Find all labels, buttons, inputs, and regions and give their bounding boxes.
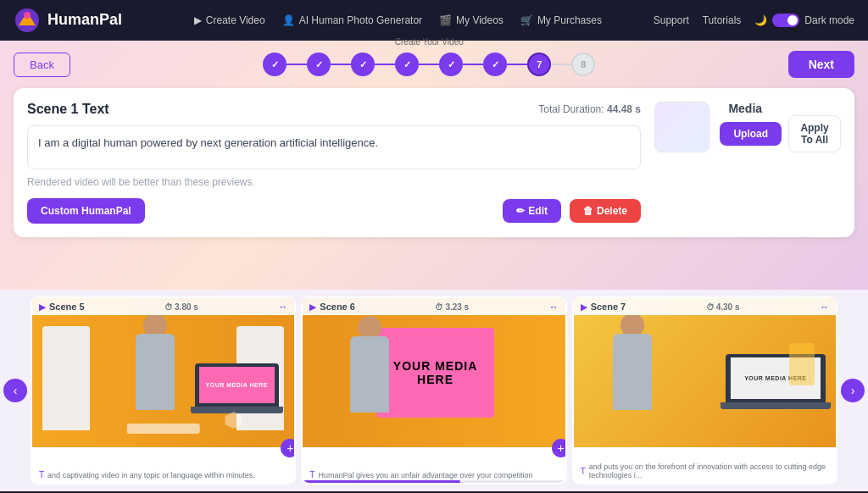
svg-point-2 bbox=[24, 12, 31, 19]
step-3[interactable] bbox=[351, 53, 375, 76]
step-1[interactable] bbox=[263, 53, 287, 76]
laptop-text-5: YOUR MEDIA HERE bbox=[206, 382, 268, 388]
nav-my-purchases[interactable]: 🛒 My Purchases bbox=[520, 14, 602, 26]
step-line-5 bbox=[463, 64, 483, 65]
scene-item-7: ▶ Scene 7 ⏱ 4.30 s ↔ bbox=[572, 296, 837, 485]
scene7-bg: YOUR MEDIA HERE bbox=[574, 298, 836, 447]
stepper-row: Back Create Your Video bbox=[14, 51, 854, 78]
step-8[interactable]: 8 bbox=[571, 53, 595, 76]
scene-title: Scene 1 Text bbox=[27, 102, 109, 117]
scene5-label: Scene 5 bbox=[49, 302, 85, 312]
edit-button[interactable]: ✏ Edit bbox=[503, 199, 561, 223]
person-scene7 bbox=[587, 313, 678, 447]
stepper-label: Create Your Video bbox=[395, 37, 464, 47]
scene5-bg: YOUR MEDIA HERE bbox=[32, 298, 294, 447]
scene-text-area: I am a digital human powered by next gen… bbox=[27, 125, 641, 169]
back-button[interactable]: Back bbox=[14, 53, 70, 77]
support-link[interactable]: Support bbox=[654, 14, 689, 26]
resize-icon-scene5[interactable]: ↔ bbox=[278, 302, 287, 312]
table-5 bbox=[126, 424, 200, 434]
film-icon: 🎬 bbox=[439, 14, 452, 26]
step-line-1 bbox=[287, 64, 307, 65]
upload-button[interactable]: Upload bbox=[720, 122, 782, 146]
scene7-header-left: ▶ Scene 7 bbox=[581, 302, 626, 312]
laptop-screen-5: YOUR MEDIA HERE bbox=[199, 367, 275, 404]
scene6-header-left: ▶ Scene 6 bbox=[309, 302, 355, 312]
resize-icon-scene6[interactable]: ↔ bbox=[549, 302, 559, 312]
navbar: HumanPal ▶ Create Video 👤 AI Human Photo… bbox=[0, 0, 868, 41]
toggle-knob bbox=[787, 15, 798, 25]
nav-right: Support Tutorials 🌙 Dark mode bbox=[654, 14, 854, 27]
scene7-footer: T and puts you on the forefront of innov… bbox=[574, 459, 836, 483]
person-body-7 bbox=[613, 334, 652, 410]
scene-right: Media Upload Apply To All bbox=[654, 102, 841, 224]
stepper-center: Create Your Video bbox=[70, 53, 788, 76]
media-label: Media bbox=[728, 102, 841, 115]
scene6-progress-fill bbox=[303, 480, 460, 483]
custom-humanpal-button[interactable]: Custom HumanPal bbox=[27, 198, 145, 224]
scene6-header: ▶ Scene 6 ⏱ 3.23 s ↔ bbox=[303, 298, 565, 315]
trash-icon: 🗑 bbox=[583, 205, 593, 217]
resize-icon-scene7[interactable]: ↔ bbox=[820, 302, 829, 312]
scene6-progress-container bbox=[303, 480, 565, 483]
person-scene6 bbox=[324, 316, 415, 447]
photo-icon: 👤 bbox=[282, 14, 295, 26]
scene5-header: ▶ Scene 5 ⏱ 3.80 s ↔ bbox=[32, 298, 294, 315]
delete-button[interactable]: 🗑 Delete bbox=[570, 199, 641, 223]
laptop-lid-5: YOUR MEDIA HERE bbox=[195, 363, 279, 407]
scene6-label: Scene 6 bbox=[320, 302, 355, 312]
scenes-section: ‹ ▶ Scene 5 ⏱ 3.80 s ↔ bbox=[0, 290, 868, 491]
tutorials-link[interactable]: Tutorials bbox=[703, 14, 742, 26]
logo-icon bbox=[14, 7, 41, 34]
media-buttons: Upload Apply To All bbox=[720, 115, 841, 152]
nav-ai-photo[interactable]: 👤 AI Human Photo Generator bbox=[282, 14, 422, 26]
scenes-prev-button[interactable]: ‹ bbox=[3, 379, 27, 402]
step-line-7 bbox=[551, 64, 571, 65]
person-body-5 bbox=[136, 334, 175, 410]
scene-item-5: ▶ Scene 5 ⏱ 3.80 s ↔ bbox=[31, 296, 296, 485]
step-4[interactable] bbox=[395, 53, 419, 76]
person-body-6 bbox=[350, 336, 389, 413]
scene-card: Scene 1 Text Total Duration: 44.48 s I a… bbox=[14, 88, 854, 237]
scene-note: Rendered video will be better than these… bbox=[27, 176, 641, 188]
text-icon-7: T bbox=[581, 467, 586, 476]
clock-icon-scene5: ⏱ bbox=[164, 302, 173, 312]
apply-to-all-button[interactable]: Apply To All bbox=[788, 115, 841, 152]
cart-icon: 🛒 bbox=[520, 14, 533, 26]
scene7-image: YOUR MEDIA HERE bbox=[574, 298, 836, 447]
step-6[interactable] bbox=[483, 53, 507, 76]
play-icon-scene6: ▶ bbox=[309, 302, 316, 312]
scene6-add-button[interactable]: + bbox=[552, 439, 567, 457]
scene5-header-left: ▶ Scene 5 bbox=[39, 302, 85, 312]
clock-icon-scene6: ⏱ bbox=[435, 302, 443, 312]
stepper-steps: 7 8 bbox=[263, 53, 595, 76]
scene7-duration: ⏱ 4.30 s bbox=[706, 302, 740, 312]
nav-my-videos[interactable]: 🎬 My Videos bbox=[439, 14, 504, 26]
scene5-footer: T and captivating video in any topic or … bbox=[32, 467, 294, 483]
logo-area[interactable]: HumanPal bbox=[14, 7, 122, 34]
clock-icon-scene7: ⏱ bbox=[706, 302, 715, 312]
step-line-6 bbox=[507, 64, 527, 65]
laptop-bottom-7 bbox=[721, 402, 830, 409]
scenes-next-button[interactable]: › bbox=[841, 379, 865, 402]
step-5[interactable] bbox=[439, 53, 463, 76]
media-preview bbox=[654, 102, 709, 152]
nav-create-video[interactable]: ▶ Create Video bbox=[194, 14, 265, 26]
scene6-bg: YOUR MEDIA HERE bbox=[303, 298, 565, 447]
scene-duration: Total Duration: 44.48 s bbox=[538, 103, 641, 115]
scene-item-6: ▶ Scene 6 ⏱ 3.23 s ↔ YOUR MEDIA HERE bbox=[301, 296, 566, 485]
scene-left: Scene 1 Text Total Duration: 44.48 s I a… bbox=[27, 102, 641, 224]
step-2[interactable] bbox=[307, 53, 331, 76]
text-icon-5: T bbox=[39, 470, 44, 479]
next-button[interactable]: Next bbox=[788, 51, 854, 78]
step-7[interactable]: 7 bbox=[527, 53, 551, 76]
scene5-add-button[interactable]: + bbox=[281, 439, 296, 457]
step-line-4 bbox=[419, 64, 439, 65]
text-icon-6: T bbox=[309, 470, 314, 479]
play-icon-scene7: ▶ bbox=[581, 302, 587, 312]
toggle-switch[interactable] bbox=[772, 14, 799, 27]
dark-mode-toggle[interactable]: 🌙 Dark mode bbox=[754, 14, 854, 27]
scene5-image: YOUR MEDIA HERE bbox=[32, 298, 294, 447]
dark-mode-icon: 🌙 bbox=[754, 14, 767, 26]
scene5-duration: ⏱ 3.80 s bbox=[164, 302, 198, 312]
